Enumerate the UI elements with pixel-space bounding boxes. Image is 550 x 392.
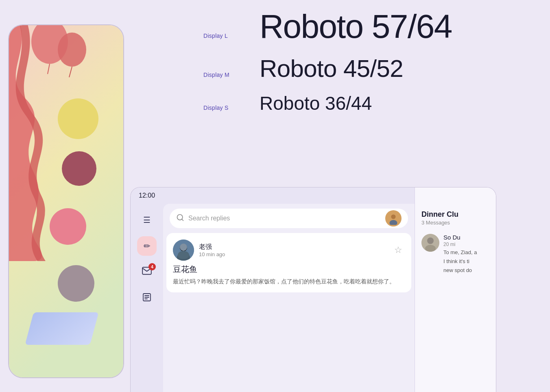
circle-dark-red <box>62 151 96 186</box>
type-row-display-l: Display L Roboto 57/64 <box>203 8 537 45</box>
display-m-label: Display M <box>203 72 240 78</box>
compose-fab-button[interactable]: ✏ <box>137 236 157 256</box>
contact-name: 老强 <box>199 243 387 251</box>
right-panel-header: Dinner Clu 3 Messages <box>415 204 496 229</box>
notes-icon <box>142 292 152 304</box>
svg-point-19 <box>427 237 434 244</box>
parallelogram-shape <box>25 312 98 345</box>
svg-point-11 <box>391 214 395 219</box>
svg-line-9 <box>182 219 183 220</box>
message-title: 豆花鱼 <box>173 264 405 275</box>
pencil-icon: ✏ <box>144 241 151 251</box>
svg-point-17 <box>178 251 189 259</box>
notes-button[interactable] <box>137 288 157 308</box>
circle-salmon <box>50 208 86 245</box>
search-placeholder: Search replies <box>188 215 381 222</box>
message-time: 10 min ago <box>199 251 387 257</box>
type-row-display-m: Display M Roboto 45/52 <box>203 54 537 83</box>
svg-point-16 <box>180 244 187 251</box>
message-header: 老强 10 min ago ☆ <box>173 240 405 261</box>
right-item-text-1: To me, Ziad, a <box>443 249 489 256</box>
app-sidebar: ☰ ✏ 4 <box>131 204 163 392</box>
svg-line-3 <box>69 67 72 77</box>
status-time: 12:00 <box>139 192 155 199</box>
right-item-name: So Du <box>443 234 489 241</box>
svg-line-2 <box>48 64 50 74</box>
inbox-badge: 4 <box>148 263 156 270</box>
display-s-label: Display S <box>203 105 240 111</box>
hamburger-icon: ☰ <box>143 215 151 225</box>
app-mockup: 12:00 ☰ ✏ 4 <box>130 187 496 392</box>
message-preview: 最近忙吗？昨晚我去了你最爱的那家饭馆，点了他们的特色豆花鱼，吃着吃着就想你了。 <box>173 277 405 286</box>
svg-point-1 <box>58 33 86 67</box>
app-right-panel: Dinner Clu 3 Messages So Du 20 mi To me,… <box>415 187 496 392</box>
type-row-display-s: Display S Roboto 36/44 <box>203 92 537 115</box>
shape-container <box>9 25 123 377</box>
right-item-text-2: I think it's ti <box>443 258 489 265</box>
star-button[interactable]: ☆ <box>392 244 405 257</box>
display-l-label: Display L <box>203 33 240 39</box>
circle-yellow <box>58 98 98 139</box>
search-bar[interactable]: Search replies <box>170 209 408 228</box>
user-avatar <box>385 210 402 226</box>
display-s-text: Roboto 36/44 <box>260 92 372 115</box>
circle-gray <box>58 265 94 302</box>
search-icon <box>176 213 184 224</box>
contact-info: 老强 10 min ago <box>199 243 387 257</box>
app-main-panel: Search replies <box>163 204 415 392</box>
right-item-text-3: new spot do <box>443 267 489 274</box>
typography-section: Display L Roboto 57/64 Display M Roboto … <box>203 8 537 124</box>
right-contact-avatar <box>421 234 439 252</box>
right-panel-subtitle: 3 Messages <box>421 220 489 226</box>
phone-frame <box>8 24 124 378</box>
display-m-text: Roboto 45/52 <box>260 54 403 83</box>
phone-illustration <box>0 0 130 392</box>
right-panel-title: Dinner Clu <box>421 210 489 219</box>
right-panel-item: So Du 20 mi To me, Ziad, a I think it's … <box>415 229 496 279</box>
content-area: Display L Roboto 57/64 Display M Roboto … <box>130 0 550 392</box>
right-item-time: 20 mi <box>443 242 489 247</box>
inbox-button[interactable]: 4 <box>137 262 157 282</box>
menu-icon-button[interactable]: ☰ <box>137 210 157 230</box>
contact-avatar <box>173 240 194 261</box>
display-l-text: Roboto 57/64 <box>260 8 452 45</box>
right-item-content: So Du 20 mi To me, Ziad, a I think it's … <box>443 234 489 274</box>
message-card[interactable]: 老强 10 min ago ☆ 豆花鱼 最近忙吗？昨晚我去了你最爱的那家饭馆，点… <box>166 233 411 292</box>
